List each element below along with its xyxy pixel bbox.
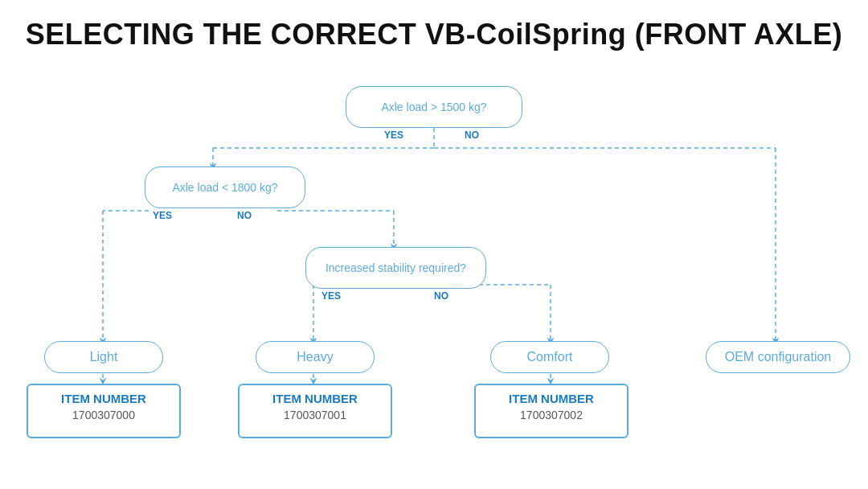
- item-number-0: 1700307000: [36, 409, 171, 421]
- result-comfort: Comfort: [490, 341, 609, 373]
- yn-no-d1: NO: [465, 129, 479, 141]
- item-box-1: ITEM NUMBER 1700307001: [238, 384, 392, 438]
- item-label-0: ITEM NUMBER: [36, 392, 171, 406]
- decision-box-3: Increased stability required?: [305, 247, 486, 289]
- result-heavy: Heavy: [256, 341, 375, 373]
- item-number-2: 1700307002: [484, 409, 619, 421]
- decision-box-1: Axle load > 1500 kg?: [346, 86, 522, 128]
- page-title: SELECTING THE CORRECT VB-CoilSpring (FRO…: [0, 0, 868, 60]
- item-box-2: ITEM NUMBER 1700307002: [474, 384, 628, 438]
- diagram-area: Axle load > 1500 kg? YES NO Axle load < …: [0, 64, 868, 482]
- result-light: Light: [44, 341, 163, 373]
- item-label-1: ITEM NUMBER: [248, 392, 383, 406]
- yn-yes-d1: YES: [384, 129, 403, 141]
- yn-no-d2: NO: [237, 210, 252, 221]
- decision-box-2: Axle load < 1800 kg?: [145, 166, 305, 208]
- yn-yes-d3: YES: [321, 290, 341, 302]
- yn-no-d3: NO: [434, 290, 448, 302]
- item-box-0: ITEM NUMBER 1700307000: [27, 384, 181, 438]
- result-oem: OEM configuration: [706, 341, 850, 373]
- yn-yes-d2: YES: [153, 210, 172, 221]
- item-number-1: 1700307001: [248, 409, 383, 421]
- item-label-2: ITEM NUMBER: [484, 392, 619, 406]
